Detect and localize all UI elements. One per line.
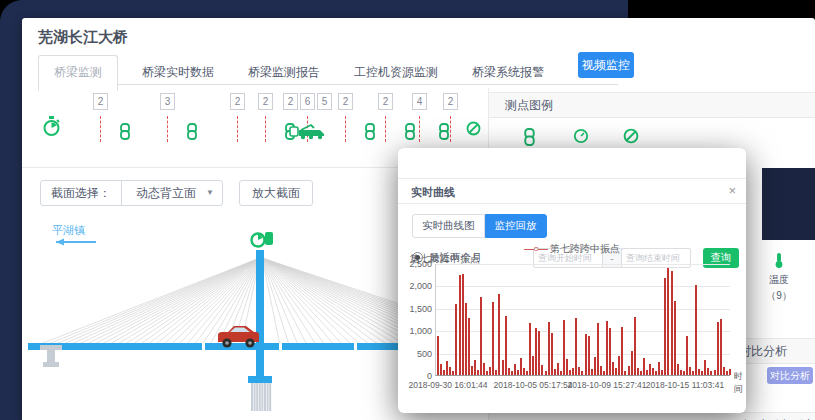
chart-bar <box>637 368 639 375</box>
temperature-legend-item[interactable]: 温度 （9） <box>759 252 799 303</box>
stopwatch-icon[interactable] <box>42 116 61 141</box>
sensor-group-cluster[interactable]: 2 6 5 <box>283 93 332 110</box>
legend-header-label: 测点图例 <box>505 98 553 112</box>
tab-bridge-monitor[interactable]: 桥梁监测 <box>38 55 118 91</box>
no-entry-sensor-icon[interactable] <box>623 128 639 148</box>
chart-bar <box>658 362 660 375</box>
chart-bar <box>634 317 636 375</box>
tower-pier <box>248 376 272 411</box>
chart-bar <box>520 358 522 375</box>
compare-analysis-button[interactable]: 对比分析 <box>767 367 813 384</box>
x-tick-label: 2018-10-15 11:03:41 <box>646 380 724 390</box>
sensor-count-badge[interactable]: 2 <box>230 93 245 110</box>
sensor-count-badge[interactable]: 6 <box>300 93 315 110</box>
bridge-deck <box>28 343 398 350</box>
sensor-group[interactable]: 2 <box>338 93 353 110</box>
chart-bar <box>471 366 473 375</box>
video-monitor-button[interactable]: 视频监控 <box>578 52 634 78</box>
thermometer-icon <box>772 260 786 271</box>
chart-bar <box>477 370 479 375</box>
chart-bar <box>532 356 534 375</box>
sensor-link-icon[interactable] <box>438 123 450 144</box>
chart-bar <box>575 318 577 375</box>
chart-bar <box>505 316 507 375</box>
chart-bar <box>462 274 464 375</box>
chart-bar <box>597 323 599 375</box>
sensor-group[interactable]: 2 <box>93 93 108 110</box>
chart-bar <box>655 371 657 375</box>
chart-bar <box>689 367 691 375</box>
chart-bar <box>683 371 685 375</box>
enlarge-section-button[interactable]: 放大截面 <box>239 180 313 206</box>
sensor-count-badge[interactable]: 3 <box>160 93 175 110</box>
sensor-count-badge[interactable]: 2 <box>378 93 393 110</box>
chart-bar <box>588 336 590 375</box>
tab-realtime-curve[interactable]: 实时曲线图 <box>412 214 485 238</box>
chart-bar <box>612 362 614 375</box>
modal-header: 实时曲线 × <box>398 178 746 204</box>
chart-bar <box>440 364 442 375</box>
chart-bar <box>523 368 525 375</box>
maintenance-truck-icon[interactable] <box>289 123 327 144</box>
modal-tabs: 实时曲线图 监控回放 <box>412 214 547 238</box>
chart-bar <box>664 278 666 375</box>
chart-bar <box>557 363 559 375</box>
chart-bar <box>554 369 556 375</box>
chart-bar <box>538 331 540 375</box>
chart-bar <box>603 371 605 375</box>
chart-bar <box>517 370 519 375</box>
section-select-dropdown[interactable]: 动态背立面 ▼ <box>122 181 222 205</box>
sensor-count-badge[interactable]: 2 <box>283 93 298 110</box>
sensor-group[interactable]: 4 <box>412 93 427 110</box>
sensor-link-icon[interactable] <box>404 123 416 144</box>
chart-bar <box>729 369 731 375</box>
sensor-count-badge[interactable]: 2 <box>93 93 108 110</box>
close-icon[interactable]: × <box>728 183 736 198</box>
sensor-count-badge[interactable]: 4 <box>412 93 427 110</box>
sensor-count-badge[interactable]: 5 <box>317 93 332 110</box>
tab-system-alarm[interactable]: 桥梁系统报警 <box>472 56 544 90</box>
tab-monitor-report[interactable]: 桥梁监测报告 <box>248 56 320 90</box>
bridge-cables <box>38 258 398 345</box>
chart-bar <box>652 368 654 375</box>
chart-bar <box>698 369 700 375</box>
chart-bar <box>443 370 445 375</box>
sensor-group[interactable]: 3 <box>160 93 175 110</box>
tab-realtime-data[interactable]: 桥梁实时数据 <box>142 56 214 90</box>
point-list-panel-header: 振动测点列表 <box>489 412 815 420</box>
legend-marker-icon: —○— <box>524 243 547 254</box>
chart-bar <box>548 322 550 375</box>
chart-bar <box>437 336 439 375</box>
gauge-sensor-icon[interactable] <box>573 128 589 148</box>
sensor-count-badge[interactable]: 2 <box>338 93 353 110</box>
sensor-dash-line <box>385 116 386 142</box>
sensor-dash-line <box>167 116 168 142</box>
main-tabbar: 桥梁监测桥梁实时数据桥梁监测报告工控机资源监测桥梁系统报警 <box>38 54 618 85</box>
sensor-group[interactable]: 2 <box>443 93 458 110</box>
sensor-link-icon[interactable] <box>364 123 376 144</box>
tab-playback[interactable]: 监控回放 <box>485 214 547 238</box>
chart-bar <box>707 368 709 375</box>
chart-bar <box>465 303 467 375</box>
screen: 芜湖长江大桥 桥梁监测桥梁实时数据桥梁监测报告工控机资源监测桥梁系统报警 视频监… <box>0 0 815 420</box>
chart-bar <box>594 357 596 375</box>
compare-header-label: 对比分析 <box>739 339 787 364</box>
link-sensor-icon[interactable] <box>523 128 536 150</box>
sensor-group[interactable]: 2 <box>378 93 393 110</box>
chart-bar <box>449 367 451 375</box>
sensor-link-icon[interactable] <box>186 123 198 144</box>
no-entry-icon[interactable] <box>466 121 481 140</box>
sensor-group[interactable]: 2 <box>258 93 273 110</box>
chart-bar <box>714 370 716 375</box>
sensor-count-badge[interactable]: 2 <box>258 93 273 110</box>
sensor-link-icon[interactable] <box>119 123 131 144</box>
realtime-curve-modal: 实时曲线 × 实时曲线图 监控回放 最近两个月 - 查询 —○— 第七跨跨中振点… <box>398 148 746 413</box>
chart-bar <box>695 285 697 375</box>
tab-ipc-resource[interactable]: 工控机资源监测 <box>354 56 438 90</box>
chart-bar <box>671 271 673 375</box>
sensor-group[interactable]: 2 <box>230 93 245 110</box>
chart-plot: 2,5002,0001,5001,0005000 <box>435 264 730 376</box>
chart-bar <box>508 368 510 375</box>
sensor-count-badge[interactable]: 2 <box>443 93 458 110</box>
x-tick-label: 2018-10-05 05:17:54 <box>494 380 573 390</box>
